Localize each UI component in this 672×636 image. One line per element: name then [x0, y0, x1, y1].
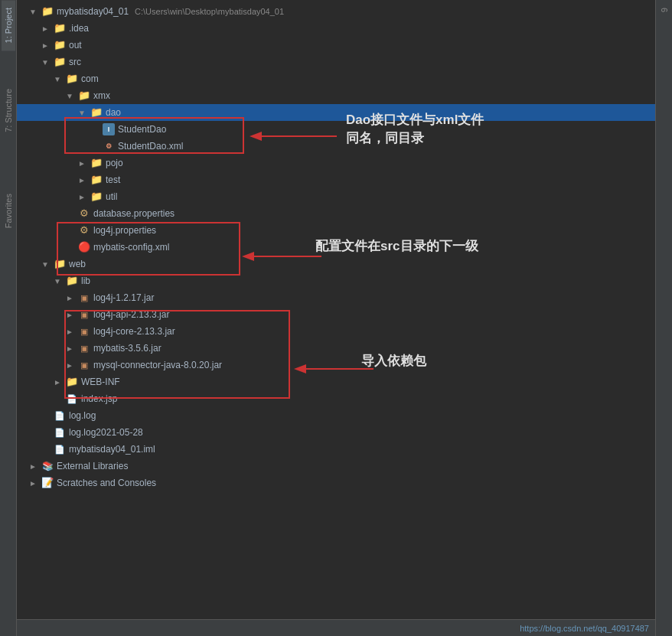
arrow-jar3 — [66, 328, 78, 336]
icon-pojo — [90, 157, 103, 169]
arrow-webinf — [54, 378, 66, 386]
tree-row-log4j[interactable]: ⚙ log4j.properties — [17, 222, 655, 239]
tree-row-lib[interactable]: lib — [17, 272, 655, 289]
label-idea: .idea — [69, 23, 89, 34]
arrow-com — [54, 75, 66, 83]
status-url: https://blog.csdn.net/qq_40917487 — [520, 624, 649, 633]
arrow-idea — [41, 24, 54, 33]
label-iml: mybatisday04_01.iml — [69, 444, 155, 455]
tree-row-root[interactable]: 📁 mybatisday04_01 C:\Users\win\Desktop\m… — [17, 3, 655, 20]
label-loglog2: log.log2021-05-28 — [69, 427, 143, 438]
tree-row-loglog[interactable]: 📄 log.log — [17, 407, 655, 424]
tree-row-scratches[interactable]: 📝 Scratches and Consoles — [17, 475, 655, 491]
arrow-jar5 — [66, 361, 78, 370]
label-indexjsp: index.jsp — [81, 393, 117, 404]
icon-studentdaoxml: ⚙ — [103, 140, 115, 152]
icon-out — [54, 39, 66, 51]
label-src: src — [69, 57, 81, 67]
tree-row-jar5[interactable]: ▣ mysql-connector-java-8.0.20.jar — [17, 357, 655, 373]
label-jar5: mysql-connector-java-8.0.20.jar — [93, 360, 222, 370]
tab-favorites[interactable]: Favorites — [2, 186, 15, 236]
label-mybatis: mybatis-config.xml — [93, 242, 169, 253]
arrow-out — [41, 41, 54, 50]
arrow-jar4 — [66, 344, 78, 353]
label-com: com — [81, 73, 99, 84]
label-jar3: log4j-core-2.13.3.jar — [93, 326, 175, 337]
tree-row-jar4[interactable]: ▣ mybatis-3.5.6.jar — [17, 340, 655, 357]
tab-right-6[interactable]: 6 — [657, 0, 671, 20]
tree-row-iml[interactable]: 📄 mybatisday04_01.iml — [17, 441, 655, 458]
tab-project[interactable]: 1: Project — [2, 0, 15, 51]
icon-test — [90, 174, 103, 186]
icon-jar3: ▣ — [78, 325, 90, 338]
arrow-extlibs — [29, 462, 41, 471]
tree-row-webinf[interactable]: WEB-INF — [17, 373, 655, 390]
arrow-dao — [78, 109, 90, 117]
icon-log4j: ⚙ — [78, 224, 90, 236]
icon-xmx — [78, 90, 90, 102]
arrow-util — [78, 193, 90, 201]
label-studentdao: StudentDao — [118, 124, 166, 135]
label-database: database.properties — [93, 208, 175, 219]
icon-jar4: ▣ — [78, 342, 90, 354]
label-jar2: log4j-api-2.13.3.jar — [93, 309, 169, 320]
tree-row-database[interactable]: ⚙ database.properties — [17, 205, 655, 222]
icon-webinf — [66, 376, 78, 388]
tab-structure[interactable]: 7: Structure — [2, 81, 15, 140]
tree-row-xmx[interactable]: xmx — [17, 87, 655, 104]
tree-row-jar2[interactable]: ▣ log4j-api-2.13.3.jar — [17, 306, 655, 323]
icon-jar5: ▣ — [78, 359, 90, 371]
project-panel: 📁 mybatisday04_01 C:\Users\win\Desktop\m… — [17, 0, 655, 619]
arrow-web — [41, 260, 54, 269]
label-jar4: mybatis-3.5.6.jar — [93, 343, 161, 354]
arrow-xmx — [66, 92, 78, 100]
arrow-src — [41, 58, 54, 67]
label-webinf: WEB-INF — [81, 377, 120, 387]
icon-web — [54, 258, 66, 270]
label-studentdaoxml: StudentDao.xml — [118, 141, 183, 152]
label-web: web — [69, 259, 86, 269]
tree-row-jar3[interactable]: ▣ log4j-core-2.13.3.jar — [17, 323, 655, 340]
tree-row-com[interactable]: com — [17, 70, 655, 87]
icon-database: ⚙ — [78, 207, 90, 220]
main-area: 📁 mybatisday04_01 C:\Users\win\Desktop\m… — [17, 0, 655, 636]
icon-lib — [66, 275, 78, 287]
tree-row-indexjsp[interactable]: 📄 index.jsp — [17, 390, 655, 407]
tree-row-jar1[interactable]: ▣ log4j-1.2.17.jar — [17, 289, 655, 306]
arrow-pojo — [78, 159, 90, 168]
icon-extlibs — [41, 460, 54, 472]
label-xmx: xmx — [93, 90, 110, 101]
tree-row-util[interactable]: util — [17, 188, 655, 205]
label-lib: lib — [81, 276, 90, 286]
icon-iml: 📄 — [54, 443, 66, 455]
path-root: C:\Users\win\Desktop\mybatisday04_01 — [135, 7, 284, 16]
tree-row-studentdao[interactable]: I StudentDao — [17, 121, 655, 138]
label-extlibs: External Libraries — [57, 461, 128, 471]
tree-row-dao[interactable]: dao — [17, 104, 655, 121]
icon-util — [90, 191, 103, 203]
icon-mybatis: 🔴 — [78, 241, 90, 253]
icon-studentdao: I — [103, 123, 115, 135]
arrow-lib — [54, 277, 66, 285]
icon-loglog2: 📄 — [54, 426, 66, 439]
label-root: mybatisday04_01 — [57, 6, 129, 17]
icon-dao — [90, 106, 103, 119]
tree-row-idea[interactable]: .idea — [17, 20, 655, 37]
status-bar: https://blog.csdn.net/qq_40917487 — [17, 619, 655, 636]
tree-row-studentdaoxml[interactable]: ⚙ StudentDao.xml — [17, 138, 655, 155]
tree-row-extlibs[interactable]: External Libraries — [17, 458, 655, 475]
tree-row-web[interactable]: web — [17, 256, 655, 272]
tree-row-mybatis[interactable]: 🔴 mybatis-config.xml — [17, 239, 655, 256]
icon-indexjsp: 📄 — [66, 393, 78, 405]
icon-com — [66, 73, 78, 85]
tree-row-out[interactable]: out — [17, 37, 655, 54]
tree-row-loglog2[interactable]: 📄 log.log2021-05-28 — [17, 424, 655, 441]
tree-row-src[interactable]: src — [17, 54, 655, 70]
icon-jar2: ▣ — [78, 308, 90, 321]
tree-row-pojo[interactable]: pojo — [17, 155, 655, 171]
right-sidebar-tabs: 6 — [655, 0, 672, 636]
label-out: out — [69, 40, 82, 51]
tree-row-test[interactable]: test — [17, 171, 655, 188]
tree-container: 📁 mybatisday04_01 C:\Users\win\Desktop\m… — [17, 0, 655, 494]
left-sidebar-tabs: 1: Project 7: Structure Favorites — [0, 0, 17, 636]
